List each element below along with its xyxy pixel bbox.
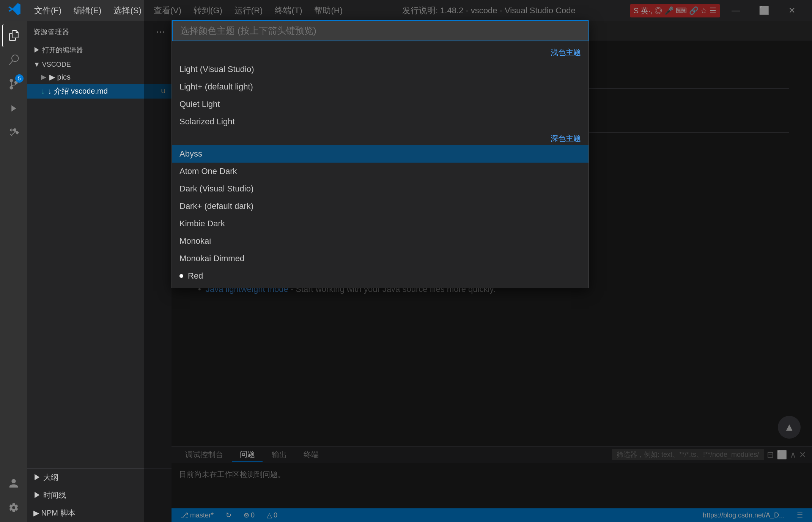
activity-bar-bottom <box>2 472 25 519</box>
explorer-activity-icon[interactable] <box>2 24 25 47</box>
menu-select[interactable]: 选择(S) <box>108 3 146 18</box>
menu-file[interactable]: 文件(F) <box>29 3 67 18</box>
theme-name: Light+ (default light) <box>179 82 253 92</box>
source-control-badge: 5 <box>15 74 24 83</box>
extensions-activity-icon[interactable] <box>2 121 25 144</box>
dark-section-header: 深色主题 <box>172 130 589 145</box>
theme-light-plus[interactable]: Light+ (default light) <box>172 78 589 96</box>
dark-label: 深色主题 <box>551 133 581 144</box>
theme-monokai-dimmed[interactable]: Monokai Dimmed <box>172 250 589 267</box>
light-label: 浅色主题 <box>551 47 581 58</box>
theme-red[interactable]: Red <box>172 267 589 285</box>
theme-solarized-light[interactable]: Solarized Light <box>172 113 589 130</box>
theme-name: Solarized Light <box>179 117 235 127</box>
intro-icon: ↓ <box>41 87 45 96</box>
vscode-label: ▼ VSCODE <box>33 61 71 69</box>
theme-name: Red <box>188 271 203 281</box>
theme-quiet-light[interactable]: Quiet Light <box>172 96 589 113</box>
search-activity-icon[interactable] <box>2 49 25 71</box>
account-activity-icon[interactable] <box>2 472 25 495</box>
theme-light-visual-studio[interactable]: Light (Visual Studio) <box>172 61 589 78</box>
theme-name: Abyss <box>179 149 202 159</box>
theme-name: Monokai Dimmed <box>179 254 244 263</box>
run-activity-icon[interactable] <box>2 97 25 120</box>
theme-name: Dark (Visual Studio) <box>179 184 253 194</box>
sidebar-title: 资源管理器 <box>33 27 69 36</box>
theme-picker: 浅色主题 Light (Visual Studio) Light+ (defau… <box>172 20 589 288</box>
theme-dark-visual-studio[interactable]: Dark (Visual Studio) <box>172 180 589 198</box>
intro-label: ↓ 介绍 vscode.md <box>48 86 108 96</box>
theme-abyss[interactable]: Abyss <box>172 145 589 163</box>
vscode-logo <box>8 2 21 19</box>
theme-picker-input[interactable] <box>172 20 589 41</box>
theme-dark-plus[interactable]: Dark+ (default dark) <box>172 198 589 215</box>
theme-name: Quiet Light <box>179 99 220 109</box>
active-dot <box>179 274 183 278</box>
source-control-activity-icon[interactable]: 5 <box>2 73 25 96</box>
theme-monokai[interactable]: Monokai <box>172 232 589 250</box>
theme-name: Monokai <box>179 236 211 246</box>
pics-label: ▶ pics <box>49 72 71 82</box>
light-section-header: 浅色主题 <box>172 44 589 61</box>
theme-name: Light (Visual Studio) <box>179 64 254 74</box>
open-editors-label: ▶ 打开的编辑器 <box>33 45 83 55</box>
menu-edit[interactable]: 编辑(E) <box>68 3 107 18</box>
theme-name: Kimbie Dark <box>179 219 225 229</box>
activity-bar: 5 <box>0 21 27 522</box>
theme-picker-list: 浅色主题 Light (Visual Studio) Light+ (defau… <box>172 41 589 288</box>
theme-name: Atom One Dark <box>179 166 237 176</box>
expand-icon: ▶ <box>41 73 46 81</box>
theme-kimbie-dark[interactable]: Kimbie Dark <box>172 215 589 232</box>
settings-activity-icon[interactable] <box>2 496 25 519</box>
theme-atom-one-dark[interactable]: Atom One Dark <box>172 163 589 180</box>
theme-name: Dark+ (default dark) <box>179 201 253 211</box>
